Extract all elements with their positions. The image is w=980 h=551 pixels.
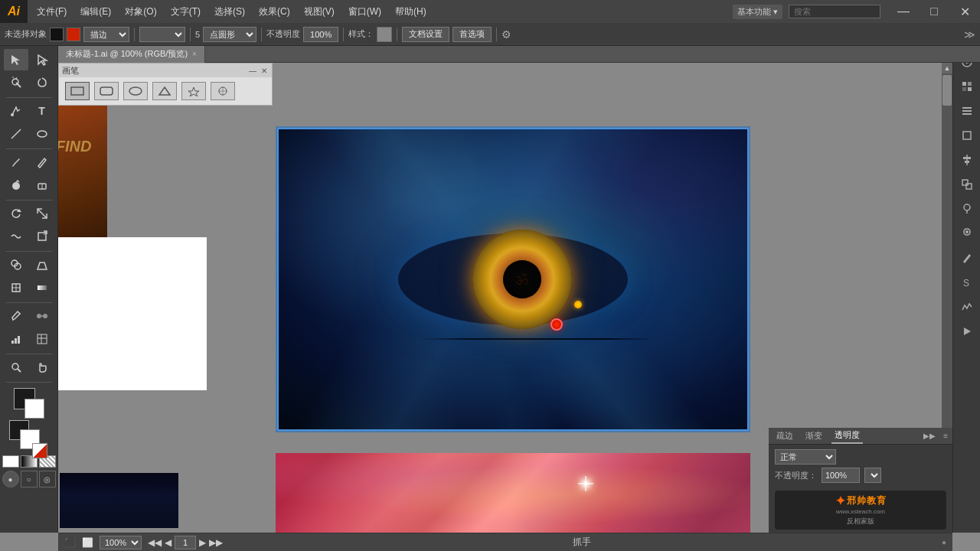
actions-panel-button[interactable] <box>957 321 977 341</box>
paintbrush-button[interactable] <box>4 152 28 173</box>
appearance-panel-button[interactable] <box>957 199 977 219</box>
menu-text[interactable]: 文字(T) <box>165 4 207 20</box>
workspace-dropdown[interactable]: 基本功能 ▾ <box>733 5 782 19</box>
prev-page-button[interactable]: ◀◀ <box>148 537 162 548</box>
status-icon-1[interactable]: ⬛ <box>64 537 76 548</box>
page-number-input[interactable] <box>175 536 196 549</box>
rectangle-shape-button[interactable] <box>65 82 90 100</box>
layers-panel-button[interactable] <box>957 101 977 121</box>
line-tool-button[interactable] <box>4 123 28 145</box>
shape-builder-button[interactable] <box>4 254 28 276</box>
anchor-point-orange[interactable] <box>574 301 582 308</box>
magic-wand-button[interactable] <box>4 72 28 93</box>
panel-close-button[interactable]: ✕ <box>260 67 269 75</box>
style-swatch[interactable] <box>377 27 392 42</box>
options-expand[interactable]: ≫ <box>964 28 975 41</box>
panel-minimize-button[interactable]: — <box>247 67 258 75</box>
opacity-input[interactable] <box>303 27 338 42</box>
free-transform-button[interactable] <box>30 226 54 247</box>
doc-settings-button[interactable]: 文档设置 <box>402 27 449 42</box>
perspective-button[interactable] <box>30 254 54 276</box>
fill-swatch[interactable] <box>50 28 64 41</box>
close-button[interactable]: ✕ <box>949 0 980 23</box>
status-icon-2[interactable]: ⬜ <box>82 537 93 548</box>
zoom-select[interactable]: 100% <box>100 536 142 549</box>
menu-edit[interactable]: 编辑(E) <box>74 4 117 20</box>
prev-button[interactable]: ◀ <box>165 537 172 548</box>
scroll-thumb[interactable] <box>942 75 952 106</box>
inside-mode-button[interactable]: ◎ <box>39 471 56 487</box>
tab-close-button[interactable]: × <box>192 50 197 58</box>
opacity-unit-select[interactable]: % <box>864 468 881 483</box>
menu-window[interactable]: 窗口(W) <box>342 4 387 20</box>
shubian-tab[interactable]: 疏边 <box>773 429 796 443</box>
menu-help[interactable]: 帮助(H) <box>389 4 433 20</box>
pencil-button[interactable] <box>30 152 54 173</box>
document-tab[interactable]: 未标题-1.ai @ 100% (RGB/预览) × <box>58 46 205 63</box>
menu-effect[interactable]: 效果(C) <box>253 4 296 20</box>
menu-object[interactable]: 对象(O) <box>119 4 162 20</box>
toumingdu-tab[interactable]: 透明度 <box>831 428 863 444</box>
star-shape-button[interactable] <box>181 82 206 100</box>
ellipse-tool-button[interactable] <box>30 123 54 145</box>
eyedropper-button[interactable] <box>4 305 28 327</box>
menu-view[interactable]: 视图(V) <box>298 4 341 20</box>
flare-shape-button[interactable] <box>211 82 235 100</box>
polygon-shape-button[interactable] <box>152 82 177 100</box>
direct-selection-tool-button[interactable] <box>30 49 54 70</box>
panel-menu-button[interactable]: ≡ <box>943 432 948 440</box>
next-page-button[interactable]: ▶▶ <box>209 537 223 548</box>
artboards-panel-button[interactable] <box>957 126 977 145</box>
stroke-swatch[interactable] <box>67 28 80 41</box>
ellipse-shape-button[interactable] <box>123 82 148 100</box>
stroke-weight-select[interactable] <box>139 27 185 42</box>
symbols-panel-button[interactable]: S <box>957 272 977 292</box>
graphic-styles-panel-button[interactable] <box>957 223 977 243</box>
brush-type-select[interactable]: 点圆形 <box>203 27 256 42</box>
menu-select[interactable]: 选择(S) <box>208 4 251 20</box>
gradient-button[interactable] <box>30 277 54 298</box>
opacity-panel-input[interactable] <box>822 468 860 483</box>
chart-button[interactable] <box>4 328 28 350</box>
preferences-button[interactable]: 首选项 <box>452 27 492 42</box>
normal-mode-button[interactable]: ● <box>2 471 19 487</box>
blob-brush-button[interactable] <box>4 174 28 196</box>
behind-mode-button[interactable]: ○ <box>21 471 38 487</box>
selection-tool-button[interactable] <box>4 49 28 70</box>
warp-button[interactable] <box>4 226 28 247</box>
search-input[interactable] <box>789 5 880 18</box>
zoom-button[interactable] <box>4 357 28 378</box>
pen-tool-button[interactable] <box>4 100 28 122</box>
stroke-type-select[interactable]: 描边 <box>83 27 129 42</box>
jiangbian-tab[interactable]: 渐变 <box>802 429 825 443</box>
next-button[interactable]: ▶ <box>199 537 206 548</box>
background-swatch[interactable] <box>24 399 44 419</box>
minimize-button[interactable]: — <box>888 0 919 23</box>
menu-file[interactable]: 文件(F) <box>31 4 73 20</box>
brushes-panel-button[interactable] <box>957 248 977 268</box>
scale-button[interactable] <box>30 203 54 224</box>
nebula-effect <box>276 453 750 536</box>
lasso-tool-button[interactable] <box>30 72 54 93</box>
blend-mode-select[interactable]: 正常 <box>775 449 836 465</box>
fill-none-button[interactable] <box>2 455 19 468</box>
maximize-button[interactable]: □ <box>919 0 949 23</box>
panel-header[interactable]: 画笔 — ✕ <box>59 64 272 77</box>
swatches-panel-button[interactable] <box>957 77 977 96</box>
panel-toggle[interactable]: ⚙ <box>501 28 511 41</box>
eraser-button[interactable] <box>30 174 54 196</box>
slice-button[interactable] <box>30 328 54 350</box>
blend-button[interactable] <box>30 305 54 327</box>
transform-panel-button[interactable] <box>957 174 977 194</box>
panel-expand-button[interactable]: ▶▶ <box>923 432 936 440</box>
rounded-rect-shape-button[interactable] <box>94 82 119 100</box>
fg-bg-swatches[interactable] <box>14 388 44 419</box>
rotate-button[interactable] <box>4 203 28 224</box>
align-panel-button[interactable] <box>957 150 977 170</box>
hand-button[interactable] <box>30 357 54 378</box>
mesh-button[interactable] <box>4 277 28 298</box>
scroll-up-button[interactable]: ▲ <box>942 63 952 73</box>
reset-colors-swatch[interactable] <box>32 443 47 458</box>
image-trace-panel-button[interactable] <box>957 297 977 317</box>
type-tool-button[interactable]: T <box>30 100 54 122</box>
